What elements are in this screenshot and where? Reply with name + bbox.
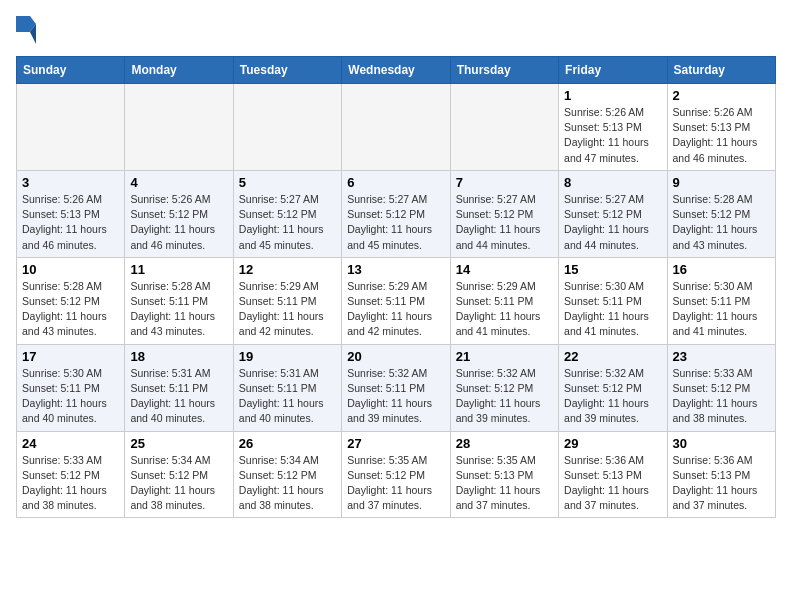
day-number: 26 [239, 436, 336, 451]
calendar-cell [233, 84, 341, 171]
day-info: Sunrise: 5:27 AM Sunset: 5:12 PM Dayligh… [564, 192, 661, 253]
day-number: 18 [130, 349, 227, 364]
logo [16, 16, 40, 44]
day-number: 30 [673, 436, 770, 451]
calendar-week-row: 10Sunrise: 5:28 AM Sunset: 5:12 PM Dayli… [17, 257, 776, 344]
day-number: 28 [456, 436, 553, 451]
day-number: 24 [22, 436, 119, 451]
day-number: 14 [456, 262, 553, 277]
day-info: Sunrise: 5:32 AM Sunset: 5:12 PM Dayligh… [564, 366, 661, 427]
day-number: 6 [347, 175, 444, 190]
calendar-cell: 18Sunrise: 5:31 AM Sunset: 5:11 PM Dayli… [125, 344, 233, 431]
day-info: Sunrise: 5:36 AM Sunset: 5:13 PM Dayligh… [673, 453, 770, 514]
day-number: 8 [564, 175, 661, 190]
weekday-header: Friday [559, 57, 667, 84]
day-number: 22 [564, 349, 661, 364]
day-info: Sunrise: 5:28 AM Sunset: 5:11 PM Dayligh… [130, 279, 227, 340]
calendar-cell: 30Sunrise: 5:36 AM Sunset: 5:13 PM Dayli… [667, 431, 775, 518]
page-header [16, 16, 776, 44]
weekday-header: Thursday [450, 57, 558, 84]
weekday-header: Saturday [667, 57, 775, 84]
day-info: Sunrise: 5:26 AM Sunset: 5:12 PM Dayligh… [130, 192, 227, 253]
logo-icon [16, 16, 36, 44]
day-info: Sunrise: 5:30 AM Sunset: 5:11 PM Dayligh… [564, 279, 661, 340]
day-number: 4 [130, 175, 227, 190]
day-info: Sunrise: 5:27 AM Sunset: 5:12 PM Dayligh… [456, 192, 553, 253]
weekday-header-row: SundayMondayTuesdayWednesdayThursdayFrid… [17, 57, 776, 84]
day-number: 9 [673, 175, 770, 190]
day-number: 17 [22, 349, 119, 364]
calendar-cell: 8Sunrise: 5:27 AM Sunset: 5:12 PM Daylig… [559, 170, 667, 257]
calendar-cell [17, 84, 125, 171]
calendar-cell: 20Sunrise: 5:32 AM Sunset: 5:11 PM Dayli… [342, 344, 450, 431]
calendar-cell: 10Sunrise: 5:28 AM Sunset: 5:12 PM Dayli… [17, 257, 125, 344]
day-info: Sunrise: 5:30 AM Sunset: 5:11 PM Dayligh… [22, 366, 119, 427]
calendar-table: SundayMondayTuesdayWednesdayThursdayFrid… [16, 56, 776, 518]
calendar-cell: 12Sunrise: 5:29 AM Sunset: 5:11 PM Dayli… [233, 257, 341, 344]
calendar-cell: 27Sunrise: 5:35 AM Sunset: 5:12 PM Dayli… [342, 431, 450, 518]
calendar-cell [450, 84, 558, 171]
day-number: 16 [673, 262, 770, 277]
day-number: 1 [564, 88, 661, 103]
day-number: 29 [564, 436, 661, 451]
calendar-week-row: 17Sunrise: 5:30 AM Sunset: 5:11 PM Dayli… [17, 344, 776, 431]
day-info: Sunrise: 5:35 AM Sunset: 5:12 PM Dayligh… [347, 453, 444, 514]
calendar-cell: 28Sunrise: 5:35 AM Sunset: 5:13 PM Dayli… [450, 431, 558, 518]
day-info: Sunrise: 5:35 AM Sunset: 5:13 PM Dayligh… [456, 453, 553, 514]
day-number: 7 [456, 175, 553, 190]
calendar-cell: 21Sunrise: 5:32 AM Sunset: 5:12 PM Dayli… [450, 344, 558, 431]
weekday-header: Monday [125, 57, 233, 84]
calendar-cell: 15Sunrise: 5:30 AM Sunset: 5:11 PM Dayli… [559, 257, 667, 344]
calendar-cell: 19Sunrise: 5:31 AM Sunset: 5:11 PM Dayli… [233, 344, 341, 431]
day-info: Sunrise: 5:32 AM Sunset: 5:12 PM Dayligh… [456, 366, 553, 427]
calendar-cell: 5Sunrise: 5:27 AM Sunset: 5:12 PM Daylig… [233, 170, 341, 257]
day-info: Sunrise: 5:32 AM Sunset: 5:11 PM Dayligh… [347, 366, 444, 427]
day-number: 2 [673, 88, 770, 103]
calendar-cell: 26Sunrise: 5:34 AM Sunset: 5:12 PM Dayli… [233, 431, 341, 518]
day-info: Sunrise: 5:33 AM Sunset: 5:12 PM Dayligh… [673, 366, 770, 427]
calendar-cell: 7Sunrise: 5:27 AM Sunset: 5:12 PM Daylig… [450, 170, 558, 257]
calendar-cell [125, 84, 233, 171]
day-info: Sunrise: 5:27 AM Sunset: 5:12 PM Dayligh… [347, 192, 444, 253]
day-info: Sunrise: 5:34 AM Sunset: 5:12 PM Dayligh… [239, 453, 336, 514]
day-info: Sunrise: 5:28 AM Sunset: 5:12 PM Dayligh… [673, 192, 770, 253]
day-number: 21 [456, 349, 553, 364]
calendar-week-row: 3Sunrise: 5:26 AM Sunset: 5:13 PM Daylig… [17, 170, 776, 257]
day-number: 5 [239, 175, 336, 190]
calendar-cell: 29Sunrise: 5:36 AM Sunset: 5:13 PM Dayli… [559, 431, 667, 518]
calendar-cell: 4Sunrise: 5:26 AM Sunset: 5:12 PM Daylig… [125, 170, 233, 257]
day-number: 13 [347, 262, 444, 277]
day-info: Sunrise: 5:29 AM Sunset: 5:11 PM Dayligh… [456, 279, 553, 340]
day-number: 19 [239, 349, 336, 364]
day-number: 15 [564, 262, 661, 277]
calendar-cell: 3Sunrise: 5:26 AM Sunset: 5:13 PM Daylig… [17, 170, 125, 257]
weekday-header: Wednesday [342, 57, 450, 84]
calendar-cell [342, 84, 450, 171]
calendar-cell: 22Sunrise: 5:32 AM Sunset: 5:12 PM Dayli… [559, 344, 667, 431]
calendar-week-row: 24Sunrise: 5:33 AM Sunset: 5:12 PM Dayli… [17, 431, 776, 518]
day-number: 20 [347, 349, 444, 364]
day-info: Sunrise: 5:30 AM Sunset: 5:11 PM Dayligh… [673, 279, 770, 340]
day-info: Sunrise: 5:29 AM Sunset: 5:11 PM Dayligh… [347, 279, 444, 340]
calendar-cell: 1Sunrise: 5:26 AM Sunset: 5:13 PM Daylig… [559, 84, 667, 171]
calendar-cell: 14Sunrise: 5:29 AM Sunset: 5:11 PM Dayli… [450, 257, 558, 344]
calendar-cell: 25Sunrise: 5:34 AM Sunset: 5:12 PM Dayli… [125, 431, 233, 518]
day-number: 23 [673, 349, 770, 364]
calendar-cell: 13Sunrise: 5:29 AM Sunset: 5:11 PM Dayli… [342, 257, 450, 344]
day-number: 25 [130, 436, 227, 451]
calendar-cell: 11Sunrise: 5:28 AM Sunset: 5:11 PM Dayli… [125, 257, 233, 344]
day-info: Sunrise: 5:26 AM Sunset: 5:13 PM Dayligh… [673, 105, 770, 166]
calendar-cell: 16Sunrise: 5:30 AM Sunset: 5:11 PM Dayli… [667, 257, 775, 344]
calendar-cell: 24Sunrise: 5:33 AM Sunset: 5:12 PM Dayli… [17, 431, 125, 518]
day-number: 27 [347, 436, 444, 451]
day-info: Sunrise: 5:29 AM Sunset: 5:11 PM Dayligh… [239, 279, 336, 340]
day-info: Sunrise: 5:33 AM Sunset: 5:12 PM Dayligh… [22, 453, 119, 514]
day-info: Sunrise: 5:27 AM Sunset: 5:12 PM Dayligh… [239, 192, 336, 253]
calendar-cell: 23Sunrise: 5:33 AM Sunset: 5:12 PM Dayli… [667, 344, 775, 431]
day-info: Sunrise: 5:36 AM Sunset: 5:13 PM Dayligh… [564, 453, 661, 514]
weekday-header: Tuesday [233, 57, 341, 84]
day-number: 11 [130, 262, 227, 277]
calendar-week-row: 1Sunrise: 5:26 AM Sunset: 5:13 PM Daylig… [17, 84, 776, 171]
day-info: Sunrise: 5:34 AM Sunset: 5:12 PM Dayligh… [130, 453, 227, 514]
day-info: Sunrise: 5:28 AM Sunset: 5:12 PM Dayligh… [22, 279, 119, 340]
